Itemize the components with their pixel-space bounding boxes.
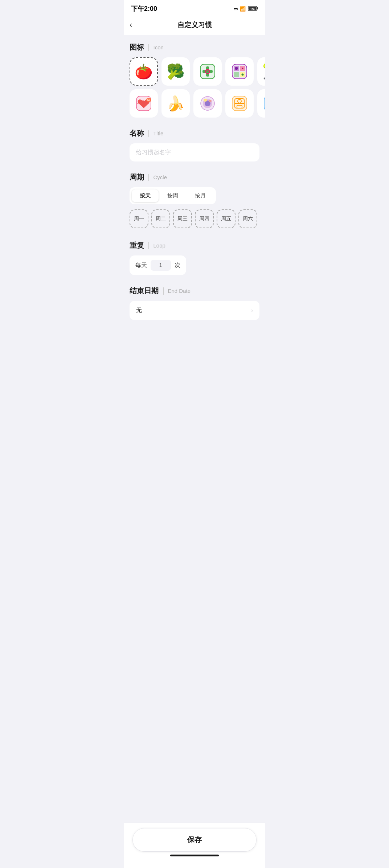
loop-count-input[interactable] [151,260,171,271]
weekday-tue[interactable]: 周二 [151,209,170,228]
end-date-divider [163,287,164,295]
svg-rect-29 [264,96,265,111]
end-date-title-en: End Date [168,288,191,294]
battery-level: 100 [248,6,258,12]
name-input-wrap [130,143,259,161]
cycle-tab-month[interactable]: 按月 [187,189,214,202]
weekday-thu[interactable]: 周四 [195,209,214,228]
svg-text:90: 90 [147,99,150,102]
cycle-tab-week[interactable]: 按周 [159,189,186,202]
loop-suffix: 次 [175,262,180,269]
name-title-en: Title [153,130,164,136]
habit-name-input[interactable] [136,149,253,156]
loop-prefix: 每天 [135,262,147,269]
svg-rect-1 [257,7,258,9]
weekday-sat[interactable]: 周六 [238,209,257,228]
cycle-title-divider [148,174,149,181]
end-date-header: 结束日期 End Date [130,286,259,296]
icon-heart[interactable]: 90 [130,89,158,118]
svg-point-15 [242,74,244,76]
wifi-icon: 📶 [240,6,246,12]
icon-section: 图标 Icon 🍅 🥦 [124,35,265,121]
status-icons: ▭ 📶 100 [233,6,258,12]
icon-tennis[interactable]: 🎾 [257,57,265,86]
icon-title-en: Icon [153,44,164,50]
svg-point-22 [204,99,207,102]
cycle-title-cn: 周期 [130,172,144,182]
spacer [124,324,265,353]
weekday-row: 周一 周二 周三 周四 周五 周六 周日 [130,209,259,230]
svg-point-14 [242,68,243,69]
icon-title-divider [148,44,149,51]
name-title-cn: 名称 [130,128,144,138]
loop-section-header: 重复 Loop [130,241,259,250]
page-title: 自定义习惯 [177,20,212,30]
cycle-tabs: 按天 按周 按月 [130,187,216,204]
svg-point-23 [209,100,212,102]
back-button[interactable]: ‹ [130,20,132,30]
icon-broccoli[interactable]: 🥦 [161,57,190,86]
icon-row-2: 90 🍌 [130,89,259,118]
battery-icon: ▭ [233,6,238,12]
end-date-value: 无 [136,307,142,314]
icon-section-header: 图标 Icon [130,42,259,52]
cycle-tab-day[interactable]: 按天 [132,189,159,202]
cycle-section: 周期 Cycle 按天 按周 按月 周一 周二 周三 周四 周五 周六 周日 [124,165,265,233]
status-bar: 下午2:00 ▭ 📶 100 [124,0,265,16]
name-title-divider [148,130,149,137]
loop-title-cn: 重复 [130,241,144,250]
svg-point-13 [235,67,238,70]
end-date-row[interactable]: 无 › [130,301,259,320]
icon-banana[interactable]: 🍌 [161,89,190,118]
icon-gamepad[interactable] [225,57,254,86]
icon-title-cn: 图标 [130,42,144,52]
end-date-section: 结束日期 End Date 无 › [124,279,265,324]
loop-title-en: Loop [153,242,165,249]
weekday-mon[interactable]: 周一 [130,209,148,228]
page-header: ‹ 自定义习惯 [124,16,265,35]
icon-bento[interactable] [193,89,222,118]
svg-rect-11 [234,72,239,77]
svg-text:100: 100 [250,8,255,11]
weekday-wed[interactable]: 周三 [173,209,192,228]
icon-tomato[interactable]: 🍅 [130,57,158,86]
loop-row: 每天 次 [130,255,186,275]
cycle-section-header: 周期 Cycle [130,172,259,182]
icon-book[interactable] [257,89,265,118]
icon-grid: 🍅 🥦 [130,57,259,118]
loop-title-divider [148,242,149,249]
end-date-title-cn: 结束日期 [130,286,159,296]
icon-basketball[interactable] [225,89,254,118]
name-section: 名称 Title [124,121,265,165]
icon-row-1: 🍅 🥦 [130,57,259,86]
weekday-fri[interactable]: 周五 [217,209,236,228]
page-content: 图标 Icon 🍅 🥦 [124,35,265,389]
cycle-title-en: Cycle [153,174,167,180]
icon-medical[interactable] [193,57,222,86]
loop-section: 重复 Loop 每天 次 [124,233,265,279]
status-time: 下午2:00 [131,4,157,13]
name-section-header: 名称 Title [130,128,259,138]
chevron-right-icon: › [251,307,253,314]
